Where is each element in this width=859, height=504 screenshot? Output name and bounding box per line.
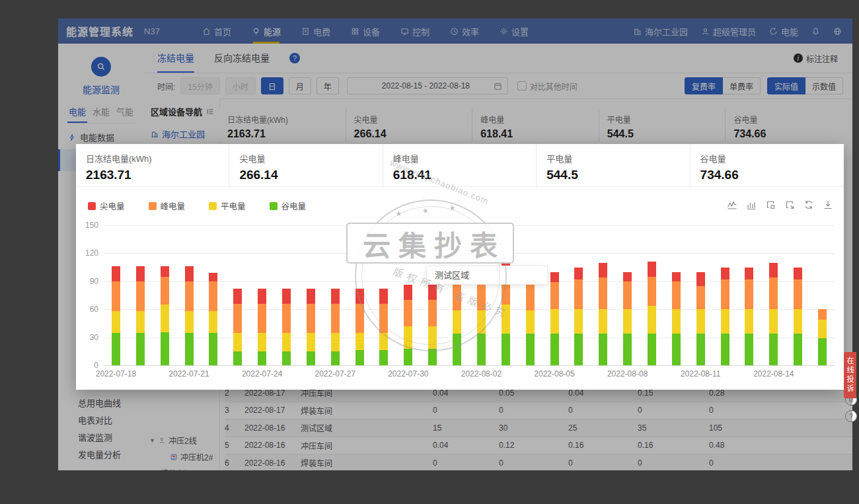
bar-segment-峰电量 xyxy=(623,281,632,309)
stat-value: 618.41 xyxy=(393,168,536,182)
bar-2022-07-19[interactable] xyxy=(136,266,145,365)
line-chart-icon[interactable] xyxy=(727,199,737,210)
refresh-icon[interactable] xyxy=(803,199,814,210)
bar-segment-谷电量 xyxy=(233,351,242,365)
download-icon[interactable] xyxy=(823,199,833,210)
y-axis-tick: 60 xyxy=(77,305,98,314)
bar-2022-07-28[interactable] xyxy=(355,289,364,365)
bar-segment-谷电量 xyxy=(307,351,315,365)
bar-segment-平电量 xyxy=(818,320,827,338)
bar-segment-谷电量 xyxy=(112,333,120,365)
bar-2022-08-08[interactable] xyxy=(623,272,632,365)
bar-2022-08-05[interactable] xyxy=(550,272,559,365)
online-complaint-tab[interactable]: 在线投诉 xyxy=(844,352,856,398)
bar-segment-峰电量 xyxy=(599,277,607,309)
x-axis-line xyxy=(104,365,835,366)
bar-2022-08-02[interactable] xyxy=(477,285,486,365)
bar-2022-07-23[interactable] xyxy=(233,289,242,365)
bar-2022-08-10[interactable] xyxy=(672,272,681,365)
bar-2022-07-26[interactable] xyxy=(307,289,315,365)
bar-segment-谷电量 xyxy=(161,332,169,365)
bar-segment-尖电量 xyxy=(404,285,412,300)
bar-2022-07-22[interactable] xyxy=(209,273,217,365)
legend-item-2[interactable]: 平电量 xyxy=(209,199,246,212)
stat-value: 734.66 xyxy=(700,168,844,182)
bar-2022-07-18[interactable] xyxy=(112,266,120,365)
bar-2022-08-07[interactable] xyxy=(599,263,607,365)
bar-segment-谷电量 xyxy=(526,334,535,365)
bar-2022-07-27[interactable] xyxy=(331,289,340,365)
bar-2022-07-20[interactable] xyxy=(161,266,169,365)
popup-stat-3: 平电量544.5 xyxy=(537,144,690,186)
bar-segment-峰电量 xyxy=(209,281,217,311)
bar-2022-08-12[interactable] xyxy=(721,268,729,365)
bar-segment-峰电量 xyxy=(404,300,412,326)
bar-segment-峰电量 xyxy=(721,279,729,309)
bar-segment-平电量 xyxy=(161,305,169,332)
bar-segment-峰电量 xyxy=(526,285,535,310)
bar-2022-08-15[interactable] xyxy=(794,268,802,365)
x-axis-tick: 2022-07-18 xyxy=(86,369,145,378)
bar-chart-icon[interactable] xyxy=(746,199,757,210)
bar-segment-峰电量 xyxy=(648,277,656,306)
bar-segment-谷电量 xyxy=(136,333,145,365)
bar-segment-平电量 xyxy=(428,326,437,349)
bar-segment-谷电量 xyxy=(428,349,437,365)
zoom-select-icon[interactable] xyxy=(765,199,776,210)
legend-swatch xyxy=(270,202,278,210)
bar-segment-尖电量 xyxy=(331,289,340,304)
bar-segment-谷电量 xyxy=(355,350,364,365)
legend-item-0[interactable]: 尖电量 xyxy=(88,199,125,212)
bar-segment-尖电量 xyxy=(696,272,705,286)
bar-2022-08-11[interactable] xyxy=(696,272,705,365)
bar-segment-平电量 xyxy=(136,311,145,333)
bar-2022-07-21[interactable] xyxy=(185,266,194,365)
bar-segment-谷电量 xyxy=(745,334,753,365)
legend-swatch xyxy=(209,202,217,210)
legend-label: 平电量 xyxy=(221,199,246,212)
bar-2022-07-29[interactable] xyxy=(379,289,388,365)
bar-segment-平电量 xyxy=(258,333,266,351)
bar-segment-平电量 xyxy=(282,333,291,351)
bar-segment-尖电量 xyxy=(550,272,559,283)
bar-2022-08-13[interactable] xyxy=(745,268,753,365)
bar-segment-平电量 xyxy=(794,309,802,334)
bar-2022-07-25[interactable] xyxy=(282,289,291,365)
bar-segment-谷电量 xyxy=(672,334,681,365)
bar-segment-尖电量 xyxy=(355,289,364,304)
bar-segment-峰电量 xyxy=(794,279,802,309)
bar-segment-峰电量 xyxy=(818,309,827,320)
bar-segment-平电量 xyxy=(550,309,559,334)
stat-label: 日冻结电量(kWh) xyxy=(86,152,229,164)
bar-2022-07-24[interactable] xyxy=(258,289,266,365)
bar-segment-平电量 xyxy=(185,311,194,333)
bar-2022-07-31[interactable] xyxy=(428,285,437,365)
bar-segment-平电量 xyxy=(574,309,583,334)
bar-segment-谷电量 xyxy=(818,338,827,365)
bar-2022-08-09[interactable] xyxy=(648,262,656,365)
bar-2022-08-04[interactable] xyxy=(526,285,535,365)
stat-value: 544.5 xyxy=(546,168,689,182)
y-axis-tick: 90 xyxy=(77,277,98,286)
bar-2022-08-06[interactable] xyxy=(574,268,583,365)
zoom-restore-icon[interactable] xyxy=(784,199,795,210)
legend-item-1[interactable]: 峰电量 xyxy=(149,199,186,212)
bar-segment-尖电量 xyxy=(112,266,120,281)
bar-segment-谷电量 xyxy=(379,350,388,365)
bar-segment-谷电量 xyxy=(258,351,266,365)
bar-2022-08-16[interactable] xyxy=(818,309,827,365)
bar-segment-平电量 xyxy=(404,326,412,349)
bar-segment-峰电量 xyxy=(745,279,753,309)
legend-item-3[interactable]: 谷电量 xyxy=(270,199,307,212)
bar-2022-07-30[interactable] xyxy=(404,285,412,365)
legend-swatch xyxy=(149,202,157,210)
bar-segment-尖电量 xyxy=(794,268,802,279)
chart-toolbar xyxy=(727,199,833,210)
x-axis-tick: 2022-08-08 xyxy=(598,369,657,378)
bar-segment-峰电量 xyxy=(355,304,364,333)
bar-segment-尖电量 xyxy=(136,266,145,281)
bar-2022-08-14[interactable] xyxy=(769,263,778,365)
bar-segment-尖电量 xyxy=(623,272,632,281)
bar-2022-08-01[interactable] xyxy=(453,285,461,365)
x-axis-tick: 2022-07-21 xyxy=(159,369,219,378)
